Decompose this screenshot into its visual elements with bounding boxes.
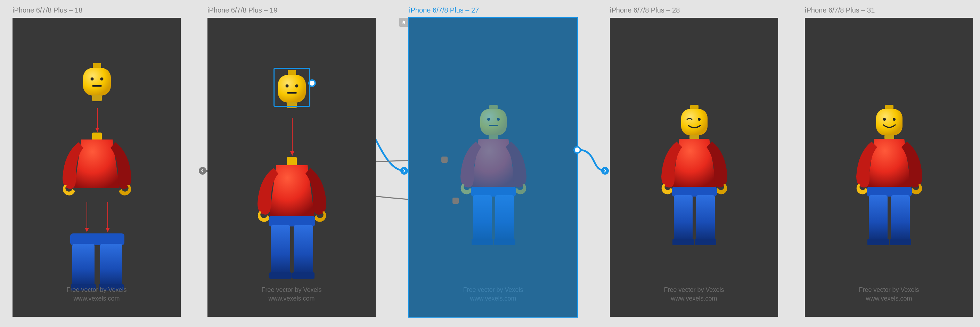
svg-rect-32 [489,125,498,126]
svg-rect-42 [689,135,699,139]
svg-rect-37 [472,239,493,245]
svg-rect-35 [473,195,492,240]
artboard[interactable]: Free vector by Vexelswww.vexels.com [13,18,181,317]
prototype-origin-node[interactable] [308,79,316,87]
prototype-canvas[interactable]: iPhone 6/7/8 Plus – 18 [0,0,980,327]
prototype-destination-node[interactable] [601,167,609,175]
artboard-label[interactable]: iPhone 6/7/8 Plus – 28 [610,6,778,14]
prototype-origin-node[interactable] [573,146,581,154]
svg-point-41 [698,118,701,121]
artboard-label[interactable]: iPhone 6/7/8 Plus – 19 [207,6,375,14]
lego-figure-icon [850,105,929,254]
svg-rect-36 [495,195,514,240]
prototype-origin-node[interactable] [452,198,459,204]
svg-rect-40 [681,109,708,135]
svg-rect-53 [867,187,912,196]
svg-rect-38 [494,239,515,245]
artboard[interactable]: Free vector by Vexelswww.vexels.com [610,18,778,317]
credit-text: Free vector by Vexelswww.vexels.com [805,286,973,303]
svg-rect-34 [471,187,516,196]
svg-rect-33 [488,135,498,139]
home-artboard-badge[interactable] [399,18,408,27]
assembly-arrows-icon [207,18,375,317]
credit-text: Free vector by Vexelswww.vexels.com [610,286,778,303]
prototype-origin-node[interactable] [441,156,448,163]
artboard-group: iPhone 6/7/8 Plus – 27 [409,6,577,317]
svg-rect-52 [885,135,894,139]
svg-rect-43 [672,187,717,196]
svg-rect-54 [869,195,888,240]
svg-rect-44 [674,195,693,240]
svg-rect-46 [673,239,694,245]
home-icon [401,20,406,25]
svg-rect-28 [489,105,498,110]
svg-point-30 [487,118,490,121]
artboard[interactable]: Free vector by Vexelswww.vexels.com [409,18,577,317]
svg-rect-39 [690,105,698,110]
svg-rect-29 [480,109,507,135]
svg-rect-47 [695,239,716,245]
svg-rect-49 [876,109,902,135]
artboard-label[interactable]: iPhone 6/7/8 Plus – 31 [805,6,973,14]
svg-point-51 [893,118,896,121]
artboard[interactable]: Free vector by Vexelswww.vexels.com [805,18,973,317]
svg-rect-57 [889,239,911,245]
svg-point-50 [883,118,886,121]
svg-rect-55 [891,195,910,240]
prototype-destination-node[interactable] [400,167,408,175]
lego-figure-icon [655,105,733,254]
artboard-label[interactable]: iPhone 6/7/8 Plus – 18 [13,6,181,14]
artboard-group: iPhone 6/7/8 Plus – 28 [610,6,778,317]
artboard-group: iPhone 6/7/8 Plus – 19 [207,6,375,317]
artboard-label[interactable]: iPhone 6/7/8 Plus – 27 [409,6,577,14]
credit-text: Free vector by Vexelswww.vexels.com [409,286,577,303]
lego-figure-icon [454,105,533,254]
assembly-arrows-icon [13,18,181,317]
artboard[interactable]: Free vector by Vexelswww.vexels.com [207,18,375,317]
artboard-group: iPhone 6/7/8 Plus – 18 [13,6,181,317]
svg-rect-45 [696,195,715,240]
svg-rect-48 [885,105,894,110]
svg-rect-56 [867,239,889,245]
prototype-back-node[interactable] [199,167,207,175]
artboard-group: iPhone 6/7/8 Plus – 31 [805,6,973,317]
svg-point-31 [497,118,500,121]
